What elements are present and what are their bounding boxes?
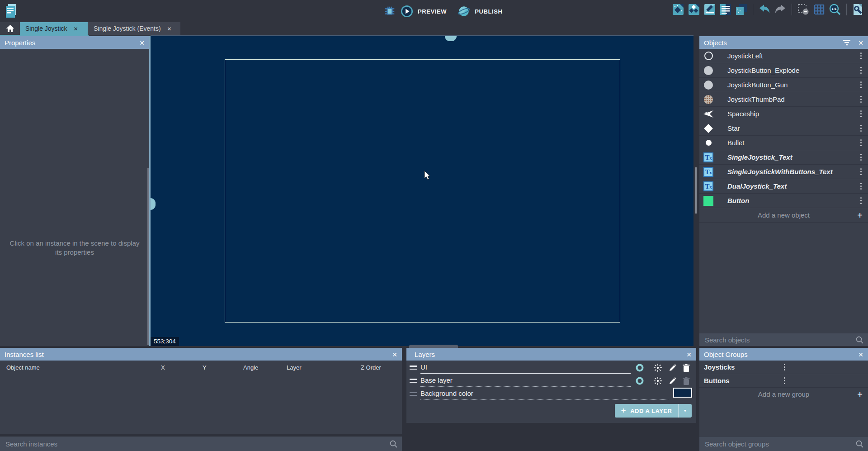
tab-close-icon[interactable] xyxy=(167,25,172,32)
object-row[interactable]: JoystickLeft xyxy=(699,49,868,63)
object-row[interactable]: JoystickButton_Gun xyxy=(699,78,868,92)
object-menu-icon[interactable] xyxy=(859,109,863,119)
close-icon[interactable] xyxy=(858,351,863,358)
panel-title: Object Groups xyxy=(704,351,748,358)
layer-name-underline xyxy=(420,399,668,400)
close-icon[interactable] xyxy=(686,351,692,358)
plus-icon xyxy=(621,406,627,416)
group-row[interactable]: Buttons xyxy=(699,374,868,388)
preview-button[interactable]: PREVIEW xyxy=(418,8,447,15)
object-menu-icon[interactable] xyxy=(859,166,863,177)
text-object-icon xyxy=(703,181,714,192)
layer-delete-icon[interactable] xyxy=(681,376,691,386)
open-properties-panel-icon[interactable] xyxy=(703,3,716,16)
debugger-icon[interactable] xyxy=(383,5,396,18)
plus-icon xyxy=(857,211,863,220)
add-layer-button[interactable]: ADD A LAYER xyxy=(615,404,692,418)
layer-edit-icon[interactable] xyxy=(668,363,678,373)
object-row[interactable]: Spaceship xyxy=(699,107,868,121)
panel-title: Layers xyxy=(411,351,435,358)
tab-single-joystick-events[interactable]: Single Joystick (Events) xyxy=(88,22,180,35)
search-object-groups-input[interactable] xyxy=(699,440,856,448)
open-object-groups-panel-icon[interactable] xyxy=(688,3,700,16)
properties-scrollbar[interactable] xyxy=(147,168,149,345)
group-menu-icon[interactable] xyxy=(782,362,864,372)
search-objects-input[interactable] xyxy=(699,336,856,344)
layer-name-field[interactable]: Base layer xyxy=(420,376,453,384)
object-menu-icon[interactable] xyxy=(859,123,863,133)
tab-label: Single Joystick xyxy=(25,25,67,32)
object-row[interactable]: Button xyxy=(699,194,868,208)
add-object-button[interactable]: Add a new object xyxy=(699,208,868,223)
group-menu-icon[interactable] xyxy=(782,375,864,386)
object-menu-icon[interactable] xyxy=(859,195,863,206)
object-row[interactable]: SingleJoystickWithButtons_Text xyxy=(699,165,868,179)
circle-outline-icon xyxy=(703,51,714,62)
search-instances-input[interactable] xyxy=(0,440,390,448)
preview-play-icon[interactable] xyxy=(401,5,413,18)
object-row[interactable]: SingleJoystick_Text xyxy=(699,150,868,165)
gray-circle-icon xyxy=(703,65,714,76)
object-menu-icon[interactable] xyxy=(859,94,863,104)
object-menu-icon[interactable] xyxy=(859,181,863,191)
home-tab[interactable] xyxy=(0,22,20,35)
zoom-one-to-one-icon[interactable]: 1:1 xyxy=(829,3,841,16)
layer-effects-icon[interactable] xyxy=(653,376,663,386)
scene-properties-icon[interactable] xyxy=(852,3,864,16)
object-row[interactable]: JoystickThumbPad xyxy=(699,92,868,107)
tab-close-icon[interactable] xyxy=(74,25,78,32)
objects-panel-scrollbar[interactable] xyxy=(695,167,697,214)
layer-effects-icon[interactable] xyxy=(653,363,663,373)
open-instances-list-panel-icon[interactable] xyxy=(719,3,732,16)
tab-single-joystick[interactable]: Single Joystick xyxy=(20,22,88,35)
bottom-resize-handle[interactable] xyxy=(409,345,458,348)
filter-icon[interactable] xyxy=(843,39,851,46)
clear-selection-icon[interactable] xyxy=(797,3,810,16)
layer-name-field[interactable]: UI xyxy=(420,363,427,371)
add-layer-dropdown[interactable] xyxy=(678,404,692,418)
toggle-grid-icon[interactable] xyxy=(813,3,826,16)
toolbar-separator xyxy=(846,4,847,15)
green-square-icon xyxy=(703,195,714,206)
group-row[interactable]: Joysticks xyxy=(699,361,868,374)
column-header: Layer xyxy=(287,364,302,371)
layer-visibility-icon[interactable] xyxy=(635,376,645,386)
object-menu-icon[interactable] xyxy=(859,152,863,162)
drag-handle-icon[interactable] xyxy=(410,379,417,383)
redo-icon[interactable] xyxy=(774,3,787,16)
publish-planet-icon[interactable] xyxy=(458,5,470,18)
close-icon[interactable] xyxy=(392,351,397,358)
object-row[interactable]: Bullet xyxy=(699,136,868,150)
object-row[interactable]: DualJoystick_Text xyxy=(699,179,868,194)
svg-text:1:1: 1:1 xyxy=(832,7,837,11)
object-menu-icon[interactable] xyxy=(859,138,863,148)
layer-row-base: Base layer xyxy=(406,375,696,388)
drag-handle-icon[interactable] xyxy=(410,366,417,370)
layer-delete-icon[interactable] xyxy=(681,363,691,373)
project-manager-icon[interactable] xyxy=(5,3,18,20)
column-header: X xyxy=(161,364,165,371)
object-menu-icon[interactable] xyxy=(859,65,863,76)
open-layers-panel-icon[interactable] xyxy=(735,3,748,16)
close-icon[interactable] xyxy=(858,39,863,47)
search-icon xyxy=(390,440,397,448)
toolbar-separator xyxy=(753,4,753,15)
add-group-button[interactable]: Add a new group xyxy=(699,388,868,401)
object-menu-icon[interactable] xyxy=(859,80,863,90)
layer-edit-icon[interactable] xyxy=(668,376,678,386)
undo-icon[interactable] xyxy=(758,3,771,16)
object-row[interactable]: JoystickButton_Explode xyxy=(699,63,868,78)
scene-editor-toolbar: 1:1 xyxy=(672,3,864,16)
background-color-swatch[interactable] xyxy=(673,388,692,398)
object-groups-panel-header: Object Groups xyxy=(699,348,868,361)
publish-button[interactable]: PUBLISH xyxy=(475,8,502,15)
home-icon xyxy=(6,24,14,33)
layer-row-ui: UI xyxy=(406,361,696,375)
diamond-icon xyxy=(703,123,714,134)
object-menu-icon[interactable] xyxy=(859,51,863,61)
layer-visibility-icon[interactable] xyxy=(635,363,645,373)
open-objects-panel-icon[interactable] xyxy=(672,3,684,16)
object-row[interactable]: Star xyxy=(699,121,868,136)
left-panel-divider[interactable] xyxy=(149,36,151,346)
close-icon[interactable] xyxy=(139,39,145,47)
